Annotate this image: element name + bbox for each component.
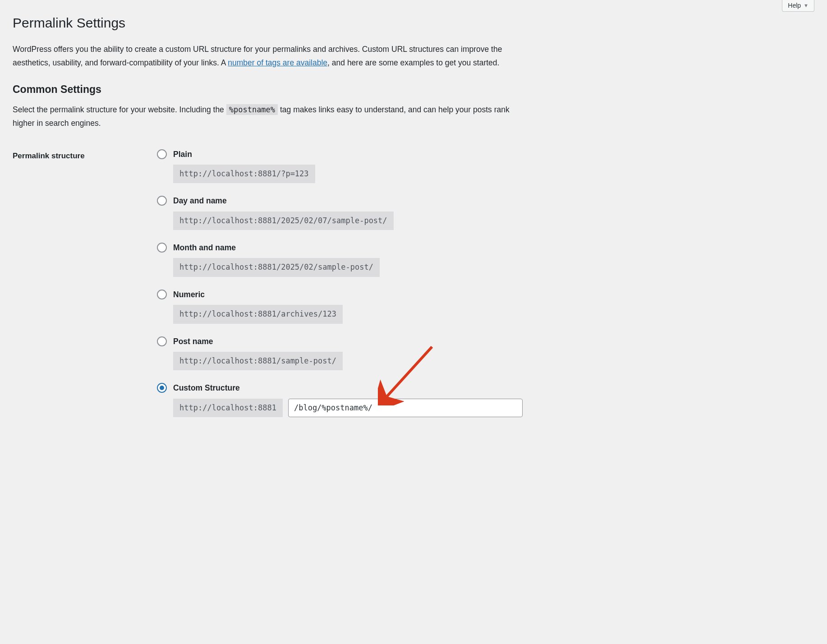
label-numeric[interactable]: Numeric (173, 289, 205, 300)
example-plain: http://localhost:8881/?p=123 (173, 165, 315, 184)
example-month-and-name: http://localhost:8881/2025/02/sample-pos… (173, 258, 380, 277)
option-custom-structure: Custom Structure http://localhost:8881 (157, 382, 814, 417)
intro-text-after: , and here are some examples to get you … (327, 58, 499, 67)
label-day-and-name[interactable]: Day and name (173, 195, 227, 207)
common-desc-before: Select the permalink structure for your … (13, 105, 226, 114)
chevron-down-icon: ▼ (804, 3, 809, 8)
custom-structure-input[interactable] (288, 399, 523, 418)
label-custom-structure[interactable]: Custom Structure (173, 382, 240, 394)
permalink-structure-row: Permalink structure Plain http://localho… (13, 148, 814, 418)
option-day-and-name: Day and name http://localhost:8881/2025/… (157, 195, 814, 230)
label-month-and-name[interactable]: Month and name (173, 242, 236, 253)
page-title: Permalink Settings (13, 0, 814, 33)
label-plain[interactable]: Plain (173, 148, 192, 160)
permalink-options: Plain http://localhost:8881/?p=123 Day a… (157, 148, 814, 418)
example-numeric: http://localhost:8881/archives/123 (173, 305, 343, 324)
common-settings-desc: Select the permalink structure for your … (13, 103, 531, 130)
help-dropdown-button[interactable]: Help ▼ (782, 0, 814, 12)
example-day-and-name: http://localhost:8881/2025/02/07/sample-… (173, 212, 394, 230)
page-intro: WordPress offers you the ability to crea… (13, 43, 531, 70)
permalink-structure-label: Permalink structure (13, 148, 157, 162)
option-post-name: Post name http://localhost:8881/sample-p… (157, 336, 814, 371)
radio-custom-structure[interactable] (157, 383, 167, 393)
radio-numeric[interactable] (157, 290, 167, 299)
radio-plain[interactable] (157, 149, 167, 159)
postname-token-code: %postname% (226, 104, 278, 115)
radio-day-and-name[interactable] (157, 196, 167, 206)
help-label: Help (788, 2, 801, 9)
tags-available-link[interactable]: number of tags are available (228, 58, 327, 67)
radio-month-and-name[interactable] (157, 243, 167, 253)
radio-post-name[interactable] (157, 336, 167, 346)
label-post-name[interactable]: Post name (173, 336, 213, 347)
example-post-name: http://localhost:8881/sample-post/ (173, 352, 343, 371)
option-plain: Plain http://localhost:8881/?p=123 (157, 148, 814, 184)
option-numeric: Numeric http://localhost:8881/archives/1… (157, 289, 814, 324)
option-month-and-name: Month and name http://localhost:8881/202… (157, 242, 814, 277)
custom-structure-prefix: http://localhost:8881 (173, 399, 283, 418)
common-settings-heading: Common Settings (13, 82, 814, 97)
